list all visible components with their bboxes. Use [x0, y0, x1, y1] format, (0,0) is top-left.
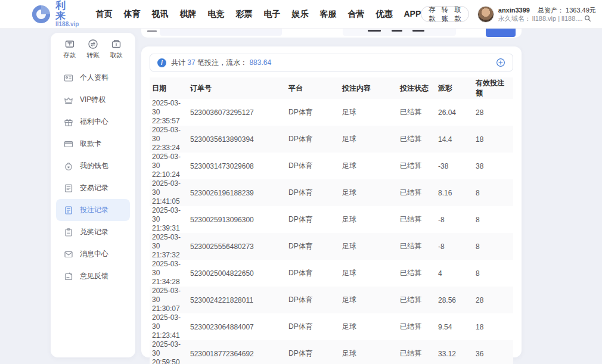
sidebar-item-feedback[interactable]: 意见反馈 [56, 265, 130, 287]
cell-order: 5230023064884007 [188, 313, 286, 340]
cell-valid: 28 [473, 99, 513, 126]
search-submit-button[interactable] [486, 29, 516, 37]
nav-entertainment[interactable]: 娱乐 [291, 9, 308, 20]
cell-content: 足球 [340, 206, 398, 233]
nav-live-video[interactable]: 视讯 [151, 9, 168, 20]
summary-middle: 笔投注，流水： [197, 58, 247, 67]
cell-status: 已结算 [398, 260, 436, 287]
cell-valid: 8 [473, 179, 513, 206]
table-row: 2025-03-3021:30:07 5230024221828011 DP体育… [150, 287, 513, 313]
table-row: 2025-03-3022:33:24 5230035613890394 DP体育… [150, 126, 513, 153]
cell-valid: 8 [473, 206, 513, 233]
sidebar-item-label: 意见反馈 [80, 271, 108, 281]
deposit-button[interactable]: 存款 [429, 5, 436, 23]
nav-partnership[interactable]: 合营 [347, 9, 364, 20]
cell-date: 2025-03-30 [152, 99, 185, 117]
sidebar-item-label: 取款卡 [80, 139, 101, 149]
nav-customer-service[interactable]: 客服 [319, 9, 336, 20]
search-icon[interactable] [584, 15, 591, 22]
user-block[interactable]: anxin3399 总资产： 1363.49元 永久域名： ll188.vip … [477, 6, 596, 23]
cell-payout: 33.12 [436, 340, 473, 364]
col-payout: 派彩 [436, 77, 473, 99]
cell-order: 5230024221828011 [188, 287, 286, 313]
nav-lottery[interactable]: 彩票 [235, 9, 252, 20]
nav-home[interactable]: 首页 [95, 9, 112, 20]
table-row: 2025-03-3021:37:32 5230025556480273 DP体育… [150, 233, 513, 260]
cell-status: 已结算 [398, 153, 436, 179]
username: anxin3399 [498, 7, 530, 14]
cell-payout: 4 [436, 260, 473, 287]
sidebar-item-messages[interactable]: 消息中心 [56, 243, 130, 265]
summary-count: 37 [187, 58, 195, 67]
cell-time: 21:30:07 [152, 304, 185, 313]
sidebar-item-vip[interactable]: VIP特权 [56, 89, 130, 111]
sidebar-item-transactions[interactable]: 交易记录 [56, 177, 130, 199]
sidebar-item-bet-records[interactable]: 投注记录 [56, 199, 130, 221]
table-row: 2025-03-3021:39:31 5230025913096300 DP体育… [150, 206, 513, 233]
col-valid-amount: 有效投注额 [473, 77, 513, 99]
sidebar-item-profile[interactable]: 个人资料 [56, 67, 130, 89]
cell-payout: -8 [436, 206, 473, 233]
permanent-domain-value: ll188.vip | ll188.... [532, 14, 583, 23]
col-date: 日期 [150, 77, 188, 99]
table-row: 2025-03-3021:23:41 5230023064884007 DP体育… [150, 313, 513, 340]
sidebar-item-label: 兑奖记录 [80, 227, 108, 237]
main-nav: 首页 体育 视讯 棋牌 电竞 彩票 电子 娱乐 客服 合营 优惠 APP [95, 9, 421, 20]
cell-payout: 8.16 [436, 179, 473, 206]
cell-date: 2025-03-30 [152, 233, 185, 251]
nav-board-games[interactable]: 棋牌 [179, 9, 196, 20]
sidebar-menu: 个人资料 VIP特权 福利中心 取款卡 [51, 67, 135, 287]
cell-order: 5230026196188239 [188, 179, 286, 206]
site-logo[interactable]: 利 来 ll188.vip [31, 1, 79, 27]
expand-plus-icon[interactable] [496, 58, 505, 67]
cell-payout: -8 [436, 233, 473, 260]
cut-tab-fragment [412, 30, 424, 32]
cell-time: 22:33:24 [152, 144, 185, 153]
cell-payout: -38 [436, 153, 473, 179]
cell-status: 已结算 [398, 99, 436, 126]
cell-valid: 28 [473, 287, 513, 313]
sidebar-withdraw-button[interactable]: 取款 [110, 39, 123, 60]
sidebar-item-redeem-records[interactable]: 兑奖记录 [56, 221, 130, 243]
withdraw-button[interactable]: 取款 [454, 5, 461, 23]
cell-order: 5230018772364692 [188, 340, 286, 364]
nav-esports[interactable]: 电竞 [207, 9, 224, 20]
nav-promotions[interactable]: 优惠 [376, 9, 392, 20]
total-assets-label: 总资产： [538, 7, 564, 14]
col-order-number: 订单号 [188, 77, 286, 99]
cell-date: 2025-03-30 [152, 153, 185, 170]
nav-app[interactable]: APP [404, 9, 421, 20]
deposit-icon [64, 39, 75, 49]
sidebar-item-withdraw-card[interactable]: 取款卡 [56, 133, 130, 155]
cell-date: 2025-03-30 [152, 126, 185, 144]
cell-platform: DP体育 [286, 206, 340, 233]
cell-content: 足球 [340, 126, 398, 153]
nav-sports[interactable]: 体育 [123, 9, 140, 20]
cell-platform: DP体育 [286, 313, 340, 340]
cell-platform: DP体育 [286, 179, 340, 206]
sidebar-transfer-label: 转账 [86, 51, 99, 60]
cell-order: 5230036073295127 [188, 99, 286, 126]
summary-turnover: 883.64 [249, 58, 271, 67]
table-row: 2025-03-3022:35:57 5230036073295127 DP体育… [150, 99, 513, 126]
cell-status: 已结算 [398, 179, 436, 206]
cell-platform: DP体育 [286, 260, 340, 287]
sidebar-transfer-button[interactable]: 转账 [86, 39, 99, 60]
transfer-button[interactable]: 转账 [442, 5, 449, 23]
filter-keyword-input[interactable] [160, 29, 282, 36]
user-avatar[interactable] [477, 6, 494, 23]
sidebar-item-welfare[interactable]: 福利中心 [56, 111, 130, 133]
transaction-list-icon [64, 183, 73, 193]
permanent-domain-label: 永久域名： [498, 14, 531, 23]
sidebar-item-wallet[interactable]: 我的钱包 [56, 155, 130, 177]
sidebar-quick-actions: 存款 转账 取款 [51, 39, 135, 63]
logo-title: 利 来 [55, 1, 79, 21]
col-bet-status: 投注状态 [398, 77, 436, 99]
cell-valid: 18 [473, 126, 513, 153]
nav-slots[interactable]: 电子 [263, 9, 280, 20]
cell-time: 21:39:31 [152, 224, 185, 233]
table-row: 2025-03-3022:10:24 5230031473029608 DP体育… [150, 153, 513, 179]
sidebar-deposit-button[interactable]: 存款 [63, 39, 76, 60]
cell-status: 已结算 [398, 206, 436, 233]
cell-payout: 14.4 [436, 126, 473, 153]
